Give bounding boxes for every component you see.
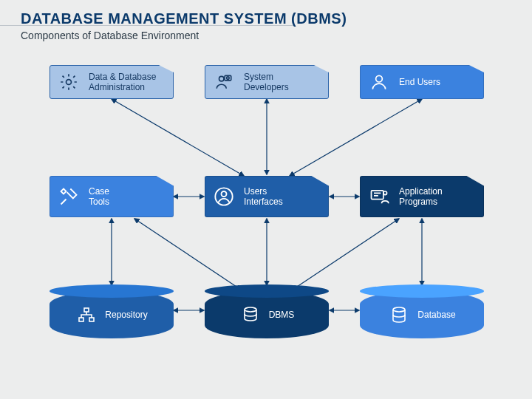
node-repository-label: Repository [105, 310, 147, 320]
svg-point-13 [219, 76, 225, 81]
database-stack-icon [388, 304, 410, 326]
node-endusers: End Users [360, 65, 484, 99]
svg-point-20 [383, 191, 387, 195]
database-icon [239, 304, 262, 326]
user-circle-icon [213, 185, 235, 208]
node-developers: System Developers [205, 65, 329, 99]
node-ui: Users Interfaces [205, 176, 329, 217]
user-icon [368, 71, 390, 93]
svg-point-15 [227, 77, 229, 79]
node-casetools-label: Case Tools [89, 186, 109, 208]
svg-point-12 [66, 80, 72, 85]
node-apps-label: Application Programs [399, 186, 443, 208]
svg-rect-21 [84, 308, 89, 312]
node-database: Database [360, 291, 484, 338]
svg-point-25 [393, 307, 405, 312]
gear-icon [58, 71, 80, 93]
node-repository: Repository [50, 291, 174, 338]
svg-point-18 [222, 191, 227, 197]
node-apps: Application Programs [360, 176, 484, 217]
node-dbms: DBMS [205, 291, 329, 338]
node-admin: Data & Database Administration [50, 65, 174, 99]
node-endusers-label: End Users [399, 77, 440, 87]
node-dbms-label: DBMS [269, 310, 295, 320]
hierarchy-icon [75, 304, 98, 326]
node-casetools: Case Tools [50, 176, 174, 217]
node-developers-label: System Developers [244, 72, 289, 93]
svg-line-6 [134, 219, 241, 290]
svg-line-2 [290, 99, 422, 176]
tools-icon [58, 185, 80, 208]
svg-line-8 [293, 219, 399, 290]
node-admin-label: Data & Database Administration [89, 72, 156, 93]
page-title: DATABASE MANAGEMENT SYSTEM (DBMS) [21, 10, 347, 27]
svg-rect-22 [79, 318, 83, 321]
node-ui-label: Users Interfaces [244, 186, 283, 208]
svg-rect-23 [89, 318, 94, 321]
developer-icon [213, 71, 235, 93]
svg-rect-19 [372, 191, 383, 200]
svg-line-0 [112, 99, 244, 176]
svg-point-16 [376, 75, 383, 82]
application-icon [368, 185, 390, 208]
svg-point-24 [245, 307, 256, 312]
node-database-label: Database [417, 310, 455, 320]
page-subtitle: Components of Database Environment [21, 30, 199, 41]
